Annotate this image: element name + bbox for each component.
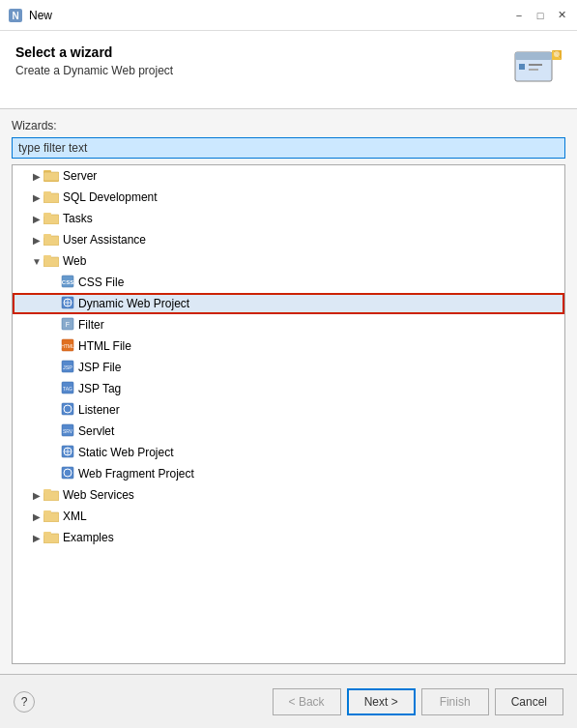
toggle-xml[interactable]: ▶: [30, 511, 43, 522]
svg-text:SRV: SRV: [63, 428, 73, 434]
next-button[interactable]: Next >: [347, 688, 416, 715]
dialog-header: Select a wizard Create a Dynamic Web pro…: [0, 31, 577, 109]
static-web-project-icon: [61, 445, 74, 461]
svg-text:TAG: TAG: [63, 386, 72, 392]
svg-rect-20: [43, 255, 51, 259]
servlet-icon: SRV: [61, 423, 74, 440]
svg-rect-50: [43, 532, 51, 536]
svg-rect-18: [43, 234, 51, 238]
svg-point-9: [554, 51, 560, 57]
svg-text:CSS: CSS: [62, 279, 73, 285]
folder-icon-xml: [43, 509, 59, 525]
tree-item-sql[interactable]: ▶ SQL Development: [13, 187, 564, 208]
static-web-project-label: Static Web Project: [78, 446, 173, 459]
listener-label: Listener: [78, 403, 120, 417]
tree-item-server[interactable]: ▶ Server: [13, 165, 564, 187]
xml-label: XML: [63, 510, 87, 523]
tree-item-filter[interactable]: F Filter: [13, 314, 564, 335]
web-label: Web: [63, 254, 86, 268]
listener-icon: [61, 402, 74, 419]
back-button[interactable]: < Back: [273, 688, 341, 715]
dynamic-web-project-label: Dynamic Web Project: [78, 297, 189, 310]
svg-text:JSP: JSP: [63, 364, 72, 370]
minimize-button[interactable]: −: [511, 8, 527, 23]
tree-item-web-fragment-project[interactable]: Web Fragment Project: [13, 463, 564, 484]
dynamic-web-project-icon: [61, 296, 74, 312]
folder-icon-user-assistance: [43, 232, 59, 248]
sql-label: SQL Development: [63, 190, 158, 204]
examples-label: Examples: [63, 531, 114, 544]
filter-label: Filter: [78, 318, 104, 332]
dialog-body: Select a wizard Create a Dynamic Web pro…: [0, 31, 577, 674]
dialog-title: Select a wizard: [15, 44, 502, 60]
wizards-label: Wizards:: [12, 119, 565, 132]
svg-rect-12: [43, 172, 59, 181]
user-assistance-label: User Assistance: [63, 233, 146, 247]
svg-text:HTML: HTML: [61, 343, 74, 349]
folder-icon-sql: [43, 189, 59, 206]
jsp-file-icon: JSP: [61, 360, 74, 376]
folder-icon-server: [43, 168, 59, 185]
tree-item-html-file[interactable]: HTML HTML File: [13, 335, 564, 357]
dialog-footer: ? < Back Next > Finish Cancel: [0, 674, 577, 728]
header-text-area: Select a wizard Create a Dynamic Web pro…: [15, 44, 502, 77]
html-file-icon: HTML: [61, 338, 74, 355]
footer-buttons: < Back Next > Finish Cancel: [273, 688, 563, 715]
servlet-label: Servlet: [78, 424, 114, 438]
tree-item-jsp-file[interactable]: JSP JSP File: [13, 357, 564, 378]
tree-item-dynamic-web-project[interactable]: Dynamic Web Project: [13, 293, 564, 314]
tree-item-jsp-tag[interactable]: TAG JSP Tag: [13, 378, 564, 399]
cancel-button[interactable]: Cancel: [495, 688, 563, 715]
dialog-subtitle: Create a Dynamic Web project: [15, 64, 502, 77]
tree-item-css-file[interactable]: CSS CSS File: [13, 272, 564, 293]
help-button[interactable]: ?: [14, 691, 35, 713]
folder-icon-tasks: [43, 211, 59, 227]
title-bar: N New − □ ✕: [0, 0, 577, 31]
svg-rect-14: [43, 191, 51, 195]
finish-button[interactable]: Finish: [421, 688, 489, 715]
tree-item-xml[interactable]: ▶ XML: [13, 506, 564, 527]
toggle-sql[interactable]: ▶: [30, 192, 43, 203]
web-services-label: Web Services: [63, 488, 134, 502]
web-fragment-project-label: Web Fragment Project: [78, 467, 194, 480]
wizard-tree[interactable]: ▶ Server ▶ SQL Development ▶: [12, 164, 565, 664]
window-controls: − □ ✕: [511, 8, 569, 23]
svg-rect-3: [515, 52, 552, 60]
css-file-label: CSS File: [78, 276, 124, 289]
tree-item-web-services[interactable]: ▶ Web Services: [13, 484, 564, 506]
tree-item-examples[interactable]: ▶ Examples: [13, 527, 564, 548]
tree-item-listener[interactable]: Listener: [13, 399, 564, 421]
svg-text:N: N: [12, 11, 18, 21]
folder-icon-web: [43, 253, 59, 270]
filter-input[interactable]: [12, 137, 565, 159]
toggle-tasks[interactable]: ▶: [30, 214, 43, 224]
svg-rect-46: [43, 489, 51, 493]
jsp-tag-label: JSP Tag: [78, 382, 121, 395]
toggle-web-services[interactable]: ▶: [30, 490, 43, 501]
server-label: Server: [63, 169, 97, 183]
svg-rect-48: [43, 510, 51, 514]
wizard-icon: [511, 44, 562, 95]
tree-item-servlet[interactable]: SRV Servlet: [13, 421, 564, 442]
close-button[interactable]: ✕: [554, 8, 569, 23]
tree-item-user-assistance[interactable]: ▶ User Assistance: [13, 229, 564, 250]
toggle-server[interactable]: ▶: [30, 171, 43, 182]
svg-rect-5: [529, 64, 542, 66]
svg-rect-4: [519, 64, 525, 70]
tree-item-web[interactable]: ▼ Web: [13, 250, 564, 272]
window-title: New: [29, 9, 511, 22]
svg-text:F: F: [66, 321, 70, 328]
filter-icon: F: [61, 317, 74, 334]
svg-rect-6: [529, 69, 538, 71]
svg-rect-16: [43, 213, 51, 217]
maximize-button[interactable]: □: [533, 8, 548, 23]
app-icon: N: [8, 8, 23, 23]
jsp-file-label: JSP File: [78, 361, 121, 374]
tree-item-static-web-project[interactable]: Static Web Project: [13, 442, 564, 463]
toggle-user-assistance[interactable]: ▶: [30, 235, 43, 246]
tree-item-tasks[interactable]: ▶ Tasks: [13, 208, 564, 229]
footer-left: ?: [14, 691, 35, 713]
toggle-web[interactable]: ▼: [30, 256, 43, 267]
jsp-tag-icon: TAG: [61, 381, 74, 397]
toggle-examples[interactable]: ▶: [30, 533, 43, 543]
